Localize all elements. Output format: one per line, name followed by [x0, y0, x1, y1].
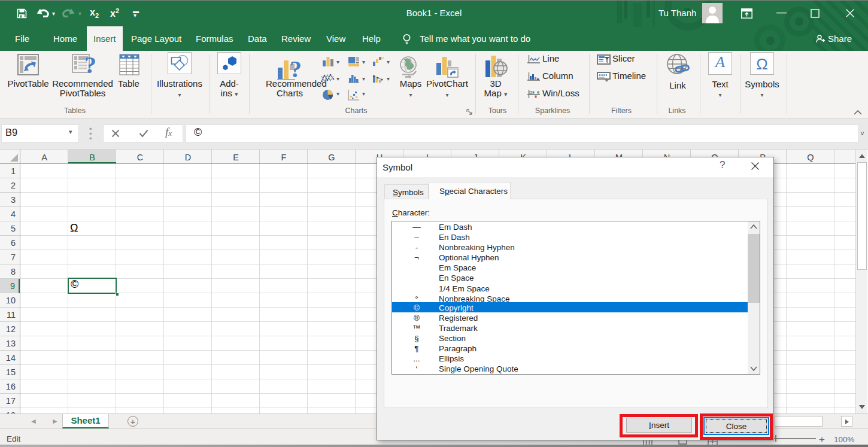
svg-text:?: ?	[290, 57, 302, 81]
svg-text:?: ?	[84, 54, 96, 75]
